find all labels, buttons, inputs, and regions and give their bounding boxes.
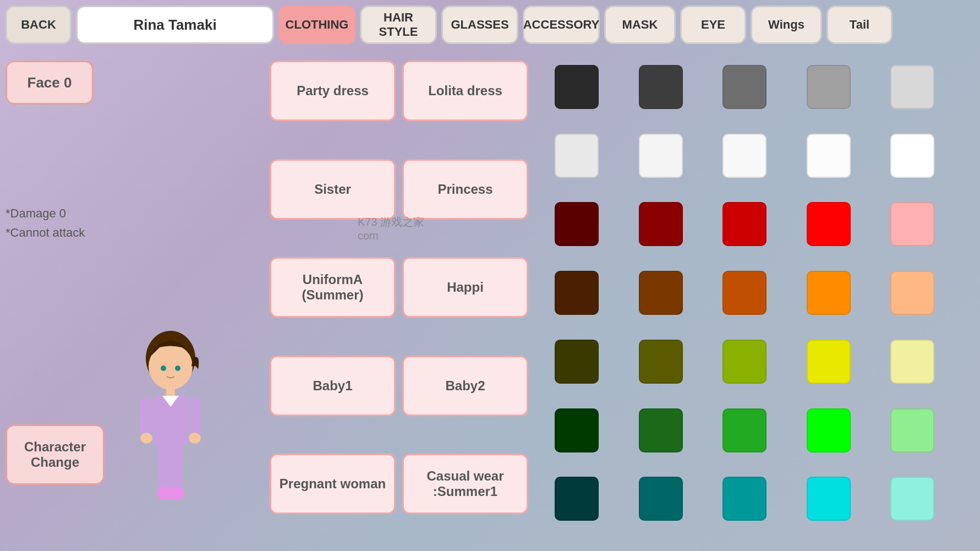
character-name-display: Rina Tamaki [76,6,274,44]
color-grid [550,61,974,545]
color-swatch[interactable] [807,477,851,521]
color-swatch[interactable] [639,65,683,109]
svg-point-8 [140,433,152,444]
clothing-item-baby1[interactable]: Baby1 [270,356,396,416]
color-swatch[interactable] [639,271,683,315]
color-palette [545,55,980,551]
color-swatch[interactable] [555,477,599,521]
color-swatch[interactable] [807,65,851,109]
color-swatch[interactable] [807,340,851,384]
color-swatch[interactable] [722,340,767,384]
svg-rect-7 [189,397,201,435]
color-swatch[interactable] [807,408,851,452]
color-swatch[interactable] [722,134,767,178]
character-change-button[interactable]: CharacterChange [6,424,105,485]
character-sprite [110,325,231,518]
color-swatch[interactable] [890,340,934,384]
svg-point-3 [175,365,180,371]
clothing-item-sister[interactable]: Sister [270,159,396,220]
tab-mask[interactable]: MASK [604,6,676,44]
svg-point-9 [189,433,201,444]
color-swatch[interactable] [722,202,767,246]
character-change-label: CharacterChange [24,439,86,470]
color-swatch[interactable] [722,408,767,452]
svg-point-2 [161,365,166,371]
color-swatch[interactable] [722,271,767,315]
clothing-item-uniformA-summer[interactable]: UniformA(Summer) [270,257,396,318]
color-swatch[interactable] [807,271,851,315]
color-swatch[interactable] [555,408,599,452]
color-swatch[interactable] [639,408,683,452]
tab-wings[interactable]: Wings [751,6,822,44]
color-swatch[interactable] [890,408,934,452]
tab-glasses[interactable]: GLASSES [441,6,518,44]
face-panel[interactable]: Face 0 [6,61,94,105]
color-swatch[interactable] [555,271,599,315]
damage-status: *Damage 0 [6,204,85,223]
clothing-item-party-dress[interactable]: Party dress [270,61,396,121]
back-button[interactable]: BACK [6,6,72,44]
color-swatch[interactable] [807,202,851,246]
tab-clothing[interactable]: CLOTHING [278,6,355,44]
color-swatch[interactable] [555,202,599,246]
color-swatch[interactable] [639,134,683,178]
color-swatch[interactable] [890,271,934,315]
clothing-item-casual-wear-summer1[interactable]: Casual wear:Summer1 [402,454,528,514]
clothing-item-princess[interactable]: Princess [402,159,528,220]
svg-rect-11 [168,444,183,491]
clothing-item-happi[interactable]: Happi [402,257,528,318]
clothing-grid: Party dress Lolita dress Sister Princess… [264,55,534,551]
color-swatch[interactable] [890,202,934,246]
color-swatch[interactable] [639,477,683,521]
color-swatch[interactable] [890,65,934,109]
color-swatch[interactable] [555,340,599,384]
svg-rect-6 [140,397,152,435]
clothing-item-baby2[interactable]: Baby2 [402,356,528,416]
color-swatch[interactable] [722,477,767,521]
color-swatch[interactable] [555,134,599,178]
color-swatch[interactable] [639,202,683,246]
svg-point-13 [167,487,184,500]
color-swatch[interactable] [890,134,934,178]
clothing-item-pregnant-woman[interactable]: Pregnant woman [270,454,396,514]
color-swatch[interactable] [555,65,599,109]
color-swatch[interactable] [639,340,683,384]
tab-eye[interactable]: EYE [680,6,746,44]
clothing-item-lolita-dress[interactable]: Lolita dress [402,61,528,121]
color-swatch[interactable] [807,134,851,178]
top-navigation-bar: BACK Rina Tamaki CLOTHING HAIRSTYLE GLAS… [0,0,980,50]
tab-accessory[interactable]: ACCESSORY [523,6,600,44]
status-text: *Damage 0 *Cannot attack [6,204,85,242]
color-swatch[interactable] [722,65,767,109]
tab-hairstyle[interactable]: HAIRSTYLE [360,6,437,44]
tab-tail[interactable]: Tail [826,6,893,44]
face-label: Face 0 [28,74,72,91]
color-swatch[interactable] [890,477,934,521]
svg-rect-4 [166,389,175,397]
attack-status: *Cannot attack [6,223,85,242]
